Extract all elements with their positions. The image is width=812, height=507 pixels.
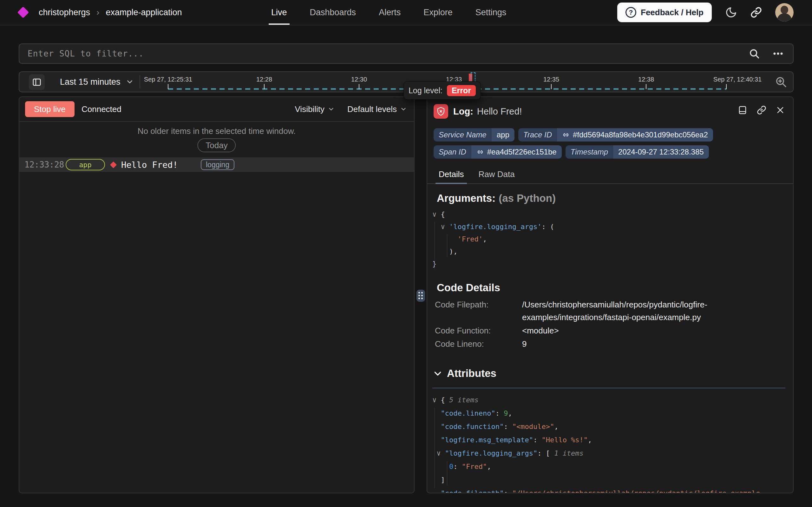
tab-dashboards[interactable]: Dashboards <box>310 0 356 25</box>
tab-live[interactable]: Live <box>271 0 287 25</box>
moon-icon <box>725 6 737 18</box>
span-id-badge[interactable]: Span ID #ea4d5f226ec151be <box>434 145 562 159</box>
sql-filter-input[interactable]: Enter SQL to filter... <box>19 44 794 64</box>
span-id-value: #ea4d5f226ec151be <box>487 148 557 156</box>
close-panel-button[interactable] <box>776 106 785 115</box>
feedback-help-label: Feedback / Help <box>641 8 703 17</box>
link-icon <box>750 7 762 18</box>
timeline-tick-mark <box>551 84 552 89</box>
indent-guide <box>435 222 435 269</box>
visibility-dropdown[interactable]: Visibility <box>295 104 334 114</box>
nav-right-cluster: ? Feedback / Help <box>617 0 794 25</box>
copy-link-button[interactable] <box>757 105 766 115</box>
code-line: "code.function": "<module>", <box>432 420 787 433</box>
attributes-heading[interactable]: Attributes <box>433 368 496 380</box>
code-line: ∨ { 5 items <box>432 393 787 407</box>
code-line: 0: "Fred", <box>432 460 787 473</box>
live-view-panel: Stop live Connected Visibility Default l… <box>19 97 415 493</box>
arguments-code[interactable]: ∨ { ∨ 'logfire.logging_args': ( 'Fred', … <box>432 208 554 270</box>
stop-live-button[interactable]: Stop live <box>25 101 74 117</box>
timeline-tick-mark <box>264 84 264 89</box>
tab-alerts[interactable]: Alerts <box>379 0 400 25</box>
code-line: 'Fred', <box>432 233 554 245</box>
timestamp-badge[interactable]: Timestamp 2024-09-27 12:33:28.385 <box>566 145 709 159</box>
indent-guide <box>435 408 435 488</box>
connection-status: Connected <box>81 97 122 121</box>
arguments-heading: Arguments:(as Python) <box>437 192 556 204</box>
code-details-heading: Code Details <box>437 282 500 294</box>
question-circle-icon: ? <box>625 7 636 18</box>
code-detail-value: 9 <box>522 338 785 350</box>
timestamp-label: Timestamp <box>566 145 613 159</box>
detail-title: Log: Hello Fred! <box>453 104 522 119</box>
default-levels-dropdown[interactable]: Default levels <box>347 104 407 114</box>
attributes-divider <box>432 388 785 388</box>
code-details-rows: Code Filepath:/Users/christophersamiulla… <box>435 298 787 351</box>
log-row-selected[interactable]: 12:33:28 app Hello Fred! logging <box>19 157 414 172</box>
dark-mode-toggle[interactable] <box>725 6 737 18</box>
code-detail-label: Code Function: <box>435 324 522 337</box>
timeline-tick-label: 12:35 <box>543 76 559 83</box>
service-name-badge[interactable]: Service Name app <box>434 128 514 142</box>
trace-id-value: #fdd5694a8fa98eb4e301d99ebc056ea2 <box>573 130 708 139</box>
share-link-button[interactable] <box>750 7 762 18</box>
service-name-value: app <box>492 128 514 142</box>
attributes-json[interactable]: ∨ { 5 items "code.lineno": 9, "code.func… <box>432 393 787 493</box>
close-icon <box>776 106 785 115</box>
trace-id-badge[interactable]: Trace ID #fdd5694a8fa98eb4e301d99ebc056e… <box>518 128 713 142</box>
sql-placeholder: Enter SQL to filter... <box>27 49 144 58</box>
attributes-heading-label: Attributes <box>447 368 496 380</box>
tab-settings[interactable]: Settings <box>476 0 507 25</box>
timeline-zoom-in-button[interactable] <box>773 74 789 90</box>
feedback-help-button[interactable]: ? Feedback / Help <box>617 3 712 22</box>
nav-tabs: LiveDashboardsAlertsExploreSettings <box>271 0 506 25</box>
ellipsis-icon <box>772 48 784 60</box>
error-level-badge: Error <box>447 85 476 96</box>
service-badge[interactable]: app <box>66 159 105 170</box>
user-avatar[interactable] <box>775 3 794 21</box>
tab-explore[interactable]: Explore <box>424 0 453 25</box>
link-icon <box>757 105 766 115</box>
code-line: "code.filepath": "/Users/christophersami… <box>432 487 787 493</box>
top-nav: christophergs › example-application Live… <box>0 0 812 25</box>
live-panel-header: Stop live Connected Visibility Default l… <box>19 97 414 122</box>
link-icon <box>477 148 484 156</box>
timeline-tick-mark <box>359 84 359 89</box>
error-diamond-icon <box>110 162 117 168</box>
today-button[interactable]: Today <box>197 138 236 152</box>
default-levels-label: Default levels <box>347 104 397 114</box>
detail-title-prefix: Log: <box>453 106 473 117</box>
scope-badge[interactable]: logging <box>201 159 234 170</box>
detail-header: Log: Hello Fred! <box>427 97 793 127</box>
error-shield-badge <box>434 104 448 119</box>
link-icon <box>562 131 570 138</box>
code-detail-label: Code Filepath: <box>435 298 522 324</box>
indent-guide <box>447 461 447 486</box>
timeline-tick-label: 12:28 <box>256 76 272 83</box>
open-in-panel-button[interactable] <box>738 105 747 115</box>
log-detail-panel: Log: Hello Fred! Serv <box>427 97 794 493</box>
trace-id-label: Trace ID <box>518 128 557 142</box>
detail-tab-raw-data[interactable]: Raw Data <box>478 169 514 183</box>
code-line: ∨ 'logfire.logging_args': ( <box>432 221 554 233</box>
code-detail-row: Code Lineno:9 <box>435 338 787 350</box>
logfire-logo-icon[interactable] <box>17 7 29 18</box>
tooltip-label: Log level: <box>409 86 442 95</box>
breadcrumb-org[interactable]: christophergs <box>39 8 90 17</box>
span-id-label: Span ID <box>434 145 471 159</box>
breadcrumb-project[interactable]: example-application <box>106 8 182 17</box>
log-message: Hello Fred! <box>121 157 178 172</box>
breadcrumb: christophergs › example-application <box>19 0 182 25</box>
breadcrumb-separator: › <box>97 7 99 17</box>
panel-resize-handle[interactable] <box>417 290 425 302</box>
timeline-tick-label: Sep 27, 12:25:31 <box>144 76 192 83</box>
log-timestamp: 12:33:28 <box>24 157 64 172</box>
more-options-button[interactable] <box>772 48 784 60</box>
detail-tabs: DetailsRaw Data <box>427 169 793 184</box>
avatar-silhouette <box>780 6 788 14</box>
code-line: ] <box>432 473 787 487</box>
timeline-tick-label: 12:30 <box>351 76 367 83</box>
search-button[interactable] <box>749 48 760 59</box>
detail-tab-details[interactable]: Details <box>439 169 464 183</box>
timeline-tick-mark <box>726 84 727 89</box>
